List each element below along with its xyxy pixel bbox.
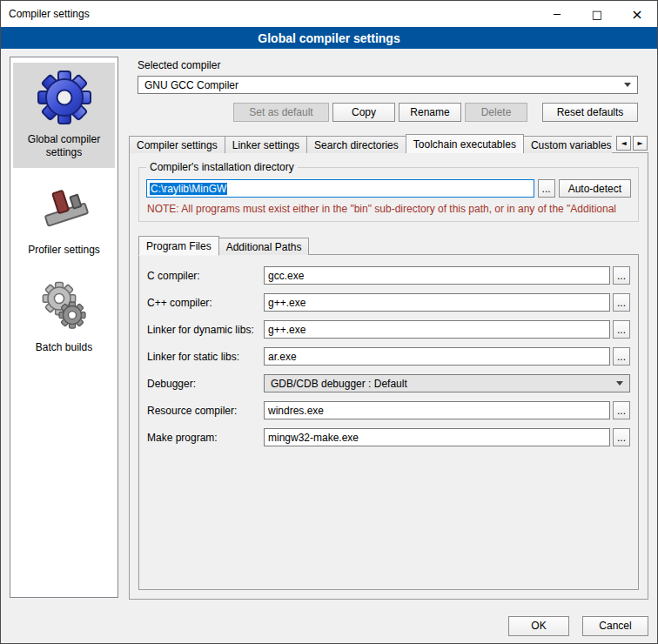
static-linker-input[interactable]	[264, 347, 610, 366]
caption-buttons: ─ □ ×	[537, 1, 657, 27]
resource-compiler-browse-button[interactable]: ...	[613, 401, 630, 419]
delete-button[interactable]: Delete	[465, 103, 527, 122]
reset-defaults-button[interactable]: Reset defaults	[542, 103, 638, 122]
compiler-settings-dialog: Compiler settings ─ □ × Global compiler …	[0, 0, 658, 644]
make-program-input[interactable]	[264, 428, 610, 446]
tab-compiler-settings[interactable]: Compiler settings	[129, 136, 225, 153]
tab-linker-settings[interactable]: Linker settings	[225, 136, 307, 153]
main-panel: Selected compiler GNU GCC Compiler Set a…	[129, 57, 648, 600]
resource-compiler-input[interactable]	[264, 401, 610, 419]
installation-directory-group: Compiler's installation directory C:\ray…	[138, 167, 639, 222]
page-title: Global compiler settings	[1, 27, 657, 49]
tab-custom-variables[interactable]: Custom variables	[523, 136, 612, 153]
dynamic-linker-input[interactable]	[264, 320, 610, 339]
form-row-cpp-compiler: C++ compiler: ...	[147, 293, 630, 312]
sidebar-item-label: Batch builds	[36, 341, 92, 354]
selected-compiler-label: Selected compiler	[138, 59, 638, 71]
debugger-value: GDB/CDB debugger : Default	[271, 378, 611, 390]
cpp-compiler-label: C++ compiler:	[147, 297, 264, 309]
tab-search-directories[interactable]: Search directories	[306, 136, 406, 153]
form-row-c-compiler: C compiler: ...	[147, 266, 630, 285]
selected-compiler-value: GNU GCC Compiler	[144, 79, 619, 91]
sidebar-item-global-compiler-settings[interactable]: Global compiler settings	[13, 63, 115, 168]
tab-program-files[interactable]: Program Files	[138, 236, 219, 256]
installation-directory-row: C:\raylib\MinGW ... Auto-detect	[146, 179, 631, 198]
install-dir-browse-button[interactable]: ...	[538, 179, 555, 198]
tab-scroll-right-icon[interactable]: ►	[633, 136, 648, 151]
form-row-static-linker: Linker for static libs: ...	[147, 347, 630, 366]
tab-scroll-left-icon[interactable]: ◄	[616, 136, 631, 151]
c-compiler-input[interactable]	[264, 266, 610, 285]
installation-directory-legend: Compiler's installation directory	[146, 161, 298, 173]
settings-tabstrip: Compiler settings Linker settings Search…	[129, 134, 648, 153]
tab-scroll-arrows: ◄ ►	[616, 136, 648, 151]
resource-compiler-label: Resource compiler:	[147, 405, 264, 417]
install-dir-selected-text: C:\raylib\MinGW	[150, 183, 227, 195]
dialog-content: Global compiler settings Profiler settin…	[1, 49, 657, 608]
toolchain-executables-panel: Compiler's installation directory C:\ray…	[129, 152, 648, 600]
debugger-select[interactable]: GDB/CDB debugger : Default	[264, 374, 630, 392]
make-program-browse-button[interactable]: ...	[613, 428, 630, 446]
form-row-dynamic-linker: Linker for dynamic libs: ...	[147, 320, 630, 339]
close-button[interactable]: ×	[617, 1, 657, 27]
set-as-default-button[interactable]: Set as default	[233, 103, 329, 122]
form-row-debugger: Debugger: GDB/CDB debugger : Default	[147, 374, 630, 392]
static-linker-label: Linker for static libs:	[147, 351, 264, 363]
dynamic-linker-label: Linker for dynamic libs:	[147, 324, 264, 336]
sidebar-item-batch-builds[interactable]: Batch builds	[13, 271, 115, 363]
sidebar-item-label: Global compiler settings	[15, 133, 113, 159]
maximize-button[interactable]: □	[577, 1, 617, 27]
form-row-resource-compiler: Resource compiler: ...	[147, 401, 630, 419]
bin-subdirectory-note: NOTE: All programs must exist either in …	[147, 203, 630, 215]
rename-button[interactable]: Rename	[399, 103, 461, 122]
gray-gears-icon	[37, 278, 92, 333]
window-title: Compiler settings	[1, 8, 90, 20]
profiler-tool-icon	[37, 180, 92, 236]
minimize-button[interactable]: ─	[537, 1, 577, 27]
sidebar-item-profiler-settings[interactable]: Profiler settings	[13, 173, 115, 265]
c-compiler-label: C compiler:	[147, 270, 264, 282]
auto-detect-button[interactable]: Auto-detect	[559, 179, 631, 198]
static-linker-browse-button[interactable]: ...	[613, 347, 630, 366]
dialog-footer: OK Cancel	[1, 608, 657, 643]
chevron-down-icon	[616, 381, 623, 386]
blue-gear-icon	[37, 70, 92, 125]
tab-additional-paths[interactable]: Additional Paths	[218, 238, 310, 255]
tab-toolchain-executables[interactable]: Toolchain executables	[406, 134, 524, 153]
debugger-label: Debugger:	[147, 378, 264, 390]
c-compiler-browse-button[interactable]: ...	[613, 266, 630, 285]
cpp-compiler-input[interactable]	[264, 293, 610, 312]
titlebar: Compiler settings ─ □ ×	[1, 1, 657, 27]
make-program-label: Make program:	[147, 432, 264, 444]
ok-button[interactable]: OK	[508, 616, 569, 636]
dynamic-linker-browse-button[interactable]: ...	[613, 320, 630, 339]
tabs: Compiler settings Linker settings Search…	[129, 134, 612, 153]
cpp-compiler-browse-button[interactable]: ...	[613, 293, 630, 312]
selected-compiler-combobox[interactable]: GNU GCC Compiler	[138, 76, 638, 94]
sidebar-item-label: Profiler settings	[28, 244, 100, 257]
selected-compiler-section: Selected compiler GNU GCC Compiler Set a…	[129, 57, 648, 134]
cancel-button[interactable]: Cancel	[582, 616, 648, 636]
copy-button[interactable]: Copy	[332, 103, 395, 122]
install-dir-input[interactable]: C:\raylib\MinGW	[146, 179, 534, 198]
compiler-button-row: Set as default Copy Rename Delete Reset …	[138, 103, 638, 122]
form-row-make-program: Make program: ...	[147, 428, 630, 446]
chevron-down-icon	[624, 83, 631, 87]
program-files-panel: C compiler: ... C++ compiler: ... Linker…	[138, 254, 639, 590]
program-files-tabstrip: Program Files Additional Paths	[138, 236, 639, 255]
settings-sidebar: Global compiler settings Profiler settin…	[10, 57, 118, 598]
